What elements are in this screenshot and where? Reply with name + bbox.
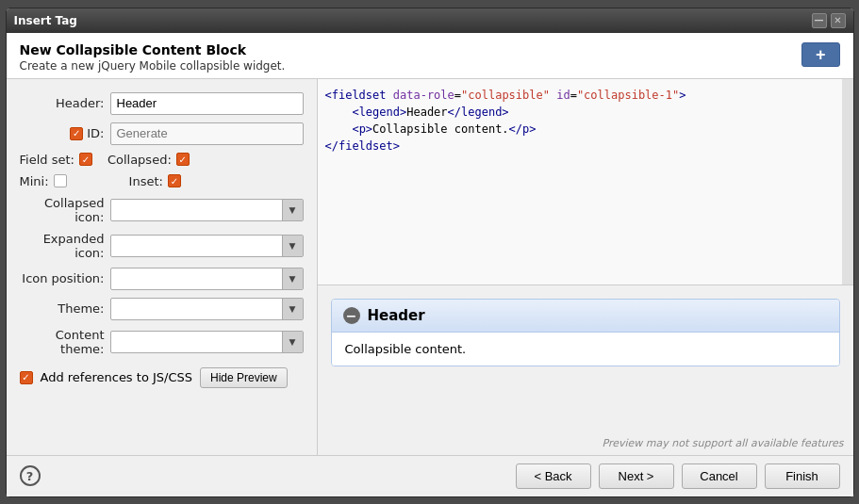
preview-area: − Header Collapsible content. Preview ma… (318, 285, 853, 455)
dialog-body: Header: ✓ ID: Field set: ✓ Collapsed: (7, 79, 853, 455)
footer-left: ? (20, 465, 41, 486)
id-field-row: ✓ ID: (20, 122, 304, 145)
id-label: ID: (87, 126, 104, 140)
collapsed-icon-row: Collapsed icon: ▼ (20, 196, 304, 224)
titlebar-buttons: — ✕ (812, 13, 846, 28)
add-refs-checkbox[interactable]: ✓ (20, 371, 33, 384)
close-button[interactable]: ✕ (831, 13, 846, 28)
collapsible-widget: − Header Collapsible content. (331, 299, 840, 366)
insert-tag-dialog: Insert Tag — ✕ New Collapsible Content B… (6, 8, 854, 497)
code-content: <fieldset data-role="collapsible" id="co… (325, 87, 846, 154)
content-theme-select[interactable]: ▼ (110, 331, 304, 353)
titlebar: Insert Tag — ✕ (7, 8, 853, 33)
fieldset-item: Field set: ✓ (20, 153, 92, 167)
fieldset-label: Field set: (20, 153, 74, 167)
bottom-options-row: ✓ Add references to JS/CSS Hide Preview (20, 367, 304, 388)
inset-checkbox[interactable]: ✓ (168, 174, 181, 187)
dialog-footer: ? < Back Next > Cancel Finish (7, 455, 853, 496)
add-refs-label: Add references to JS/CSS (41, 370, 193, 384)
expanded-icon-dropdown-arrow[interactable]: ▼ (282, 236, 303, 256)
collapse-icon: − (343, 307, 360, 324)
theme-label: Theme: (20, 301, 105, 316)
mini-label: Mini: (20, 174, 49, 188)
icon-position-dropdown-arrow[interactable]: ▼ (282, 268, 303, 289)
mini-inset-row: Mini: Inset: ✓ (20, 174, 304, 188)
inset-label: Inset: (129, 174, 163, 188)
minimize-button[interactable]: — (812, 13, 827, 28)
dialog-subtitle: Create a new jQuery Mobile collapsible w… (20, 59, 286, 73)
fieldset-collapsed-row: Field set: ✓ Collapsed: ✓ (20, 153, 304, 167)
right-panel: <fieldset data-role="collapsible" id="co… (318, 79, 853, 455)
theme-row: Theme: ▼ (20, 298, 304, 320)
dialog-title: Insert Tag (14, 14, 77, 27)
collapsed-icon-select[interactable]: ▼ (110, 199, 304, 221)
content-theme-dropdown-arrow[interactable]: ▼ (282, 332, 303, 352)
left-panel: Header: ✓ ID: Field set: ✓ Collapsed: (7, 79, 318, 455)
dialog-header: New Collapsible Content Block Create a n… (7, 33, 853, 79)
collapsible-content-text: Collapsible content. (345, 342, 467, 356)
preview-note: Preview may not support all available fe… (603, 437, 844, 449)
fieldset-checkbox[interactable]: ✓ (79, 153, 92, 166)
code-area: <fieldset data-role="collapsible" id="co… (318, 79, 853, 285)
content-theme-label: Content theme: (20, 328, 105, 356)
icon-position-select[interactable]: ▼ (110, 268, 304, 290)
id-checkbox[interactable]: ✓ (70, 127, 83, 140)
id-input[interactable] (110, 122, 304, 145)
collapsible-widget-header[interactable]: − Header (332, 300, 839, 333)
footer-right: < Back Next > Cancel Finish (516, 463, 840, 489)
finish-button[interactable]: Finish (765, 463, 840, 489)
icon-position-label: Icon position: (20, 271, 105, 285)
expanded-icon-row: Expanded icon: ▼ (20, 232, 304, 260)
icon-position-row: Icon position: ▼ (20, 268, 304, 290)
theme-dropdown-arrow[interactable]: ▼ (282, 299, 303, 319)
hide-preview-button[interactable]: Hide Preview (200, 367, 288, 388)
collapsible-header-text: Header (368, 307, 425, 324)
cancel-button[interactable]: Cancel (682, 463, 757, 489)
code-scrollbar[interactable] (842, 79, 853, 285)
add-button[interactable]: + (801, 42, 840, 67)
mini-item: Mini: (20, 174, 67, 188)
collapsible-widget-content: Collapsible content. (332, 333, 839, 366)
back-button[interactable]: < Back (516, 463, 591, 489)
header-input[interactable] (110, 92, 304, 115)
header-label: Header: (20, 96, 105, 110)
help-button[interactable]: ? (20, 465, 41, 486)
theme-select[interactable]: ▼ (110, 298, 304, 320)
content-theme-row: Content theme: ▼ (20, 328, 304, 356)
collapsed-checkbox[interactable]: ✓ (176, 153, 190, 166)
inset-item: Inset: ✓ (129, 174, 181, 188)
collapsed-icon-label: Collapsed icon: (20, 196, 105, 224)
next-button[interactable]: Next > (599, 463, 674, 489)
expanded-icon-select[interactable]: ▼ (110, 235, 304, 257)
collapsed-item: Collapsed: ✓ (107, 153, 190, 167)
dialog-title-text: New Collapsible Content Block (20, 42, 286, 57)
expanded-icon-label: Expanded icon: (20, 232, 105, 260)
collapsed-icon-dropdown-arrow[interactable]: ▼ (282, 200, 303, 220)
collapsed-label: Collapsed: (107, 153, 172, 167)
mini-checkbox[interactable] (54, 174, 67, 187)
header-field-row: Header: (20, 92, 304, 115)
